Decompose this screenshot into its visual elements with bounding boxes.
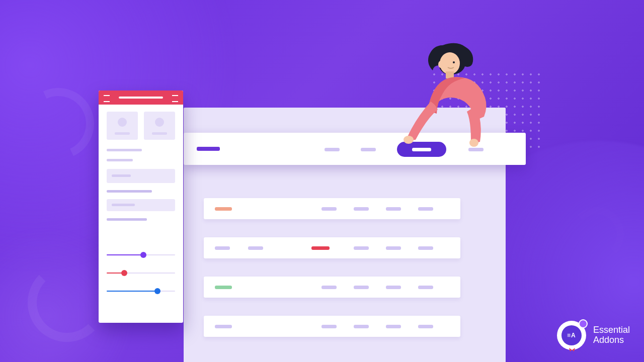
panel-text-line: [107, 188, 175, 195]
slider-purple[interactable]: [107, 251, 175, 258]
svg-point-3: [404, 136, 414, 144]
table-row: [204, 198, 460, 219]
row-cell-chip: [321, 325, 337, 328]
bg-ring: [28, 263, 106, 342]
brand-badge: ≡A Essential Addons: [557, 321, 630, 350]
option-card[interactable]: [107, 112, 138, 140]
row-cell-chip: [321, 207, 337, 211]
row-cell-chip: [354, 207, 369, 211]
row-cell-chip: [386, 286, 401, 289]
table-row: [204, 237, 460, 258]
row-cell-chip: [418, 246, 433, 250]
row-cell-chip: [354, 286, 369, 289]
table-row: [204, 316, 460, 337]
bg-ring: [570, 207, 624, 261]
panel-text-line: [107, 157, 175, 164]
row-cell-chip: [354, 325, 369, 328]
nav-brand-chip: [197, 147, 220, 151]
row-cell-chip: [418, 325, 433, 328]
svg-point-1: [438, 61, 443, 68]
row-cell-chip: [386, 325, 401, 328]
option-card[interactable]: [144, 112, 175, 140]
row-accent-chip: [215, 207, 232, 211]
row-cell-chip: [248, 246, 263, 250]
row-cell-chip: [418, 207, 433, 211]
row-cell-chip: [321, 286, 337, 289]
panel-field[interactable]: [107, 199, 175, 211]
row-cell-chip: [215, 325, 232, 328]
panel-text-line: [107, 216, 175, 223]
row-accent-chip: [215, 286, 232, 289]
row-cell-chip: [215, 246, 230, 250]
brand-logo-icon: ≡A: [557, 321, 586, 350]
person-illustration: [397, 35, 508, 151]
row-accent-chip: [311, 246, 330, 250]
panel-header: [99, 90, 183, 105]
row-cell-chip: [386, 207, 401, 211]
row-cell-chip: [386, 246, 401, 250]
row-cell-chip: [418, 286, 433, 289]
svg-point-5: [453, 61, 455, 63]
table-row: [204, 277, 460, 298]
nav-item[interactable]: [361, 148, 376, 151]
panel-text-line: [107, 147, 175, 154]
svg-point-4: [469, 139, 478, 147]
hero-illustration: ≡A Essential Addons: [0, 0, 644, 362]
brand-name: Essential Addons: [593, 325, 630, 345]
panel-field[interactable]: [107, 169, 175, 183]
slider-blue[interactable]: [107, 288, 175, 295]
row-cell-chip: [354, 246, 369, 250]
slider-red[interactable]: [107, 269, 175, 277]
settings-panel: [99, 90, 183, 323]
nav-item[interactable]: [325, 148, 340, 151]
